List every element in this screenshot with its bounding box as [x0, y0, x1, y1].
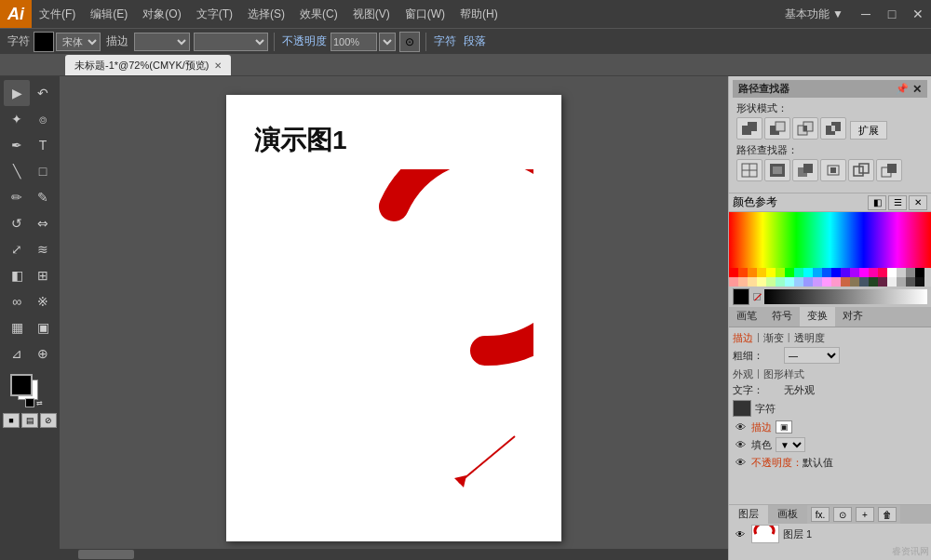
- minus-back-btn[interactable]: [876, 159, 902, 181]
- shape-tool[interactable]: □: [30, 158, 56, 184]
- char-color-swatch[interactable]: [34, 32, 54, 52]
- type-tool[interactable]: T: [30, 132, 56, 158]
- delete-layer-button[interactable]: 🗑: [878, 507, 897, 522]
- swatch-cyan-green[interactable]: [794, 268, 803, 277]
- swatch-dark-green[interactable]: [869, 277, 878, 287]
- pen-tool[interactable]: ✒: [4, 132, 30, 158]
- opacity-unit-select[interactable]: [379, 33, 396, 51]
- panel-pin-icon[interactable]: 📌: [896, 83, 909, 96]
- tab-align[interactable]: 对齐: [835, 307, 870, 327]
- h-scroll-thumb[interactable]: [78, 550, 134, 559]
- rotate-tool[interactable]: ↺: [4, 210, 30, 236]
- default-colors-icon[interactable]: [25, 398, 34, 407]
- none-fill-btn[interactable]: ⊘: [40, 413, 57, 428]
- menu-file[interactable]: 文件(F): [32, 0, 83, 28]
- swatch-near-black[interactable]: [915, 277, 924, 287]
- swatch-purple[interactable]: [850, 268, 859, 277]
- swatch-mid-gray[interactable]: [897, 277, 906, 287]
- swatch-violet[interactable]: [841, 268, 850, 277]
- maximize-button[interactable]: □: [879, 0, 905, 28]
- swatch-light-yellow[interactable]: [757, 277, 766, 287]
- foreground-color-swatch[interactable]: [10, 374, 33, 396]
- swatch-black[interactable]: [915, 268, 924, 277]
- swatch-gray[interactable]: [906, 268, 915, 277]
- stroke-style-select[interactable]: [194, 33, 268, 51]
- minimize-button[interactable]: ─: [853, 0, 879, 28]
- expand-button[interactable]: 扩展: [850, 121, 887, 140]
- menu-window[interactable]: 窗口(W): [398, 0, 452, 28]
- swatch-green[interactable]: [785, 268, 794, 277]
- swatch-yellow2[interactable]: [766, 268, 776, 277]
- artboard-tool[interactable]: ▣: [30, 314, 56, 340]
- pathfinder-close-btn[interactable]: ✕: [912, 83, 922, 96]
- swatch-lightgray[interactable]: [897, 268, 906, 277]
- figure-style-tab[interactable]: 图形样式: [763, 367, 804, 381]
- opacity-input[interactable]: [331, 33, 377, 51]
- stroke-visibility-icon[interactable]: 👁: [733, 420, 748, 434]
- stroke-row-label[interactable]: 描边: [751, 420, 772, 434]
- stroke-tab[interactable]: 描边: [733, 331, 753, 345]
- fill-dropdown[interactable]: ▼: [776, 437, 805, 452]
- tab-brush[interactable]: 画笔: [729, 307, 764, 327]
- minus-front-btn[interactable]: [764, 117, 790, 140]
- magic-wand-tool[interactable]: ✦: [4, 106, 30, 132]
- swatch-orange[interactable]: [748, 268, 757, 277]
- fill-visibility-icon[interactable]: 👁: [733, 437, 748, 452]
- pencil-tool[interactable]: ✎: [30, 184, 56, 210]
- gradient-tool[interactable]: ◧: [4, 262, 30, 288]
- swatch-lavender[interactable]: [803, 277, 813, 287]
- transparency-tab[interactable]: 透明度: [794, 331, 825, 345]
- swatch-yellow-green[interactable]: [776, 268, 785, 277]
- brush-tool[interactable]: ✏: [4, 184, 30, 210]
- color-gradient-bar[interactable]: [729, 212, 931, 268]
- outline-btn[interactable]: [848, 159, 874, 181]
- swap-colors-icon[interactable]: ⇄: [36, 399, 43, 407]
- menu-help[interactable]: 帮助(H): [452, 0, 506, 28]
- fx-button[interactable]: fx.: [811, 507, 830, 522]
- swatch-light-purple[interactable]: [813, 277, 822, 287]
- swatch-cyan[interactable]: [803, 268, 813, 277]
- swatch-light-green[interactable]: [766, 277, 776, 287]
- lasso-tool[interactable]: ⌾: [30, 106, 56, 132]
- swatch-yellow[interactable]: [757, 268, 766, 277]
- no-color-box[interactable]: [753, 293, 761, 300]
- swatch-light-orange[interactable]: [748, 277, 757, 287]
- swatch-sky[interactable]: [813, 268, 822, 277]
- stroke-icon-box[interactable]: ▣: [776, 420, 792, 433]
- appearance-tab[interactable]: 外观: [733, 367, 753, 381]
- grayscale-bar[interactable]: [764, 289, 927, 304]
- swatch-light-magenta[interactable]: [822, 277, 831, 287]
- trim-btn[interactable]: [764, 159, 790, 181]
- basic-function-dropdown[interactable]: 基本功能 ▼: [776, 7, 853, 22]
- swatch-light-sky[interactable]: [794, 277, 803, 287]
- stroke-type-select[interactable]: [134, 33, 190, 51]
- opacity-options-btn[interactable]: ⊙: [399, 32, 420, 52]
- char-font-select[interactable]: 宋体: [56, 33, 101, 51]
- mask-button[interactable]: ⊙: [833, 507, 852, 522]
- unite-btn[interactable]: [736, 117, 762, 140]
- direct-select-tool[interactable]: ↶: [30, 80, 56, 106]
- tab-transform[interactable]: 变换: [800, 307, 835, 327]
- doc-tab-close-btn[interactable]: ✕: [214, 60, 222, 71]
- opacity-label-link[interactable]: 不透明度: [278, 33, 331, 49]
- divide-btn[interactable]: [736, 159, 762, 181]
- swatch-red[interactable]: [729, 268, 738, 277]
- scale-tool[interactable]: ⤢: [4, 236, 30, 262]
- swatch-light-cyan[interactable]: [785, 277, 794, 287]
- swatch-slate[interactable]: [859, 277, 869, 287]
- current-color-box[interactable]: [733, 288, 749, 305]
- warp-tool[interactable]: ≋: [30, 236, 56, 262]
- menu-edit[interactable]: 编辑(E): [83, 0, 135, 28]
- menu-object[interactable]: 对象(O): [135, 0, 188, 28]
- swatch-dark-gray[interactable]: [906, 277, 915, 287]
- intersect-btn[interactable]: [792, 117, 818, 140]
- menu-effect[interactable]: 效果(C): [292, 0, 345, 28]
- layer-visibility-eye[interactable]: 👁: [733, 527, 748, 541]
- document-tab[interactable]: 未标题-1* @ 72% ( CMYK/预览 ) ✕: [65, 55, 231, 75]
- mirror-tool[interactable]: ⇔: [30, 210, 56, 236]
- opacity-visibility-icon[interactable]: 👁: [733, 455, 748, 470]
- char-link[interactable]: 字符: [430, 33, 460, 49]
- swatch-orange-red[interactable]: [738, 268, 748, 277]
- swatch-rose[interactable]: [878, 268, 887, 277]
- swatch-pink[interactable]: [869, 268, 878, 277]
